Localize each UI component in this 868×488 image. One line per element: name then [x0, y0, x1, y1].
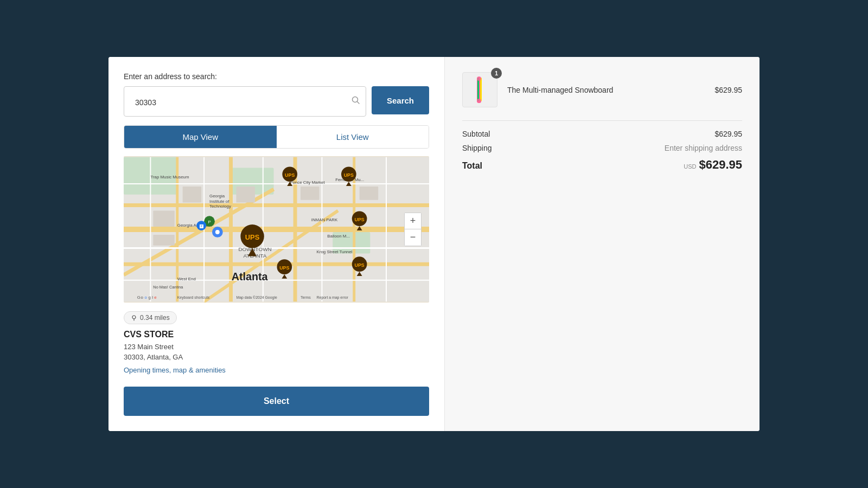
- svg-rect-25: [153, 235, 175, 246]
- product-name: The Multi-managed Snowboard: [507, 86, 705, 94]
- shipping-row: Shipping Enter shipping address: [462, 144, 742, 152]
- svg-text:o: o: [141, 295, 144, 300]
- subtotal-label: Subtotal: [462, 130, 490, 138]
- svg-rect-24: [153, 210, 175, 227]
- store-result: 0.34 miles CVS STORE 123 Main Street 303…: [124, 303, 429, 378]
- map-zoom-controls: + −: [404, 213, 422, 246]
- total-currency: USD: [684, 163, 696, 170]
- product-image-wrap: 1: [462, 72, 497, 107]
- map-area[interactable]: Atlanta DOWNTOWN ATLANTA Trap Music Muse…: [124, 156, 429, 303]
- tab-map-view[interactable]: Map View: [124, 126, 277, 148]
- svg-text:Terms: Terms: [301, 296, 311, 299]
- search-icon: [352, 96, 360, 107]
- svg-text:UPS: UPS: [354, 217, 364, 222]
- svg-text:Balloon M...: Balloon M...: [327, 234, 350, 239]
- svg-text:Krog Street Tunnel: Krog Street Tunnel: [317, 249, 353, 254]
- svg-point-79: [132, 316, 136, 319]
- svg-text:UPS: UPS: [279, 265, 289, 271]
- svg-text:o: o: [145, 295, 148, 300]
- zoom-in-button[interactable]: +: [405, 213, 421, 229]
- search-input-wrap: Search by town, postcode or city: [124, 86, 366, 117]
- product-price: $629.95: [714, 86, 742, 94]
- store-details-link[interactable]: Opening times, map & amenities: [124, 366, 226, 374]
- svg-point-74: [215, 230, 220, 234]
- zoom-out-button[interactable]: −: [405, 229, 421, 246]
- shipping-label: Shipping: [462, 144, 492, 152]
- tab-list-view[interactable]: List View: [277, 126, 429, 148]
- svg-text:West End: West End: [177, 277, 196, 281]
- right-panel: 1 The Multi-managed Snowboard $629.95 S: [445, 57, 760, 431]
- store-street: 123 Main Street: [124, 342, 429, 352]
- svg-text:UPS: UPS: [245, 233, 260, 241]
- search-row: Search by town, postcode or city Search: [124, 86, 429, 117]
- total-row: Total USD $629.95: [462, 158, 742, 172]
- svg-text:Georgia: Georgia: [209, 194, 225, 198]
- distance-badge: 0.34 miles: [124, 311, 177, 324]
- svg-rect-82: [477, 78, 479, 101]
- distance-text: 0.34 miles: [140, 314, 170, 322]
- location-icon: [131, 314, 137, 321]
- svg-line-1: [357, 102, 359, 104]
- left-panel: Enter an address to search: Search by to…: [108, 57, 445, 431]
- svg-rect-29: [360, 187, 379, 200]
- svg-text:Report a map error: Report a map error: [317, 296, 349, 300]
- total-amount: $629.95: [699, 158, 742, 172]
- search-button[interactable]: Search: [372, 86, 429, 114]
- svg-text:No Mas! Cantina: No Mas! Cantina: [153, 284, 183, 289]
- svg-text:e: e: [154, 295, 157, 300]
- store-city-state: 30303, Atlanta, GA: [124, 352, 429, 363]
- svg-text:🅿: 🅿: [200, 224, 203, 228]
- svg-text:INMAN PARK: INMAN PARK: [311, 217, 338, 222]
- subtotal-row: Subtotal $629.95: [462, 130, 742, 138]
- view-tabs: Map View List View: [124, 125, 429, 149]
- svg-text:g: g: [148, 295, 150, 300]
- search-input[interactable]: [130, 90, 346, 113]
- total-value-wrap: USD $629.95: [684, 158, 742, 172]
- svg-text:P: P: [208, 220, 210, 224]
- product-image: [462, 72, 497, 107]
- product-badge: 1: [491, 68, 502, 79]
- svg-text:Map data ©2024 Google: Map data ©2024 Google: [236, 296, 277, 300]
- svg-text:Keyboard shortcuts: Keyboard shortcuts: [177, 296, 210, 300]
- total-label: Total: [462, 161, 482, 171]
- svg-text:Atlanta: Atlanta: [232, 271, 269, 282]
- svg-text:l: l: [152, 295, 153, 300]
- svg-text:Technology: Technology: [209, 204, 231, 209]
- order-item: 1 The Multi-managed Snowboard $629.95: [462, 72, 742, 107]
- svg-text:UPS: UPS: [344, 172, 354, 178]
- svg-text:Ponce City Market: Ponce City Market: [290, 180, 325, 185]
- svg-rect-83: [480, 78, 482, 101]
- svg-text:UPS: UPS: [354, 262, 364, 268]
- svg-point-84: [477, 76, 481, 81]
- svg-point-85: [477, 99, 481, 103]
- order-summary: Subtotal $629.95 Shipping Enter shipping…: [462, 120, 742, 172]
- address-label: Enter an address to search:: [124, 72, 429, 81]
- svg-text:UPS: UPS: [285, 172, 295, 178]
- svg-rect-26: [183, 187, 202, 203]
- svg-text:Institute of: Institute of: [209, 198, 229, 203]
- subtotal-value: $629.95: [714, 130, 742, 138]
- select-button[interactable]: Select: [124, 387, 429, 416]
- svg-text:G: G: [137, 295, 141, 300]
- main-container: Enter an address to search: Search by to…: [108, 57, 760, 431]
- svg-rect-28: [301, 187, 320, 200]
- shipping-value: Enter shipping address: [665, 144, 742, 152]
- svg-text:Trap Music Museum: Trap Music Museum: [150, 175, 189, 179]
- store-name: CVS STORE: [124, 330, 429, 339]
- svg-rect-27: [236, 187, 255, 203]
